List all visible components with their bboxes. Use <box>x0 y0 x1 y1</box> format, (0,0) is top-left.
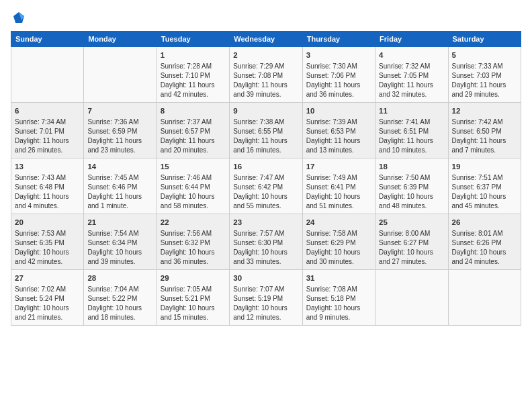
day-number: 20 <box>15 217 80 228</box>
calendar-header: SundayMondayTuesdayWednesdayThursdayFrid… <box>11 32 521 47</box>
day-number: 19 <box>452 161 517 172</box>
calendar-cell: 13Sunrise: 7:43 AMSunset: 6:48 PMDayligh… <box>11 158 84 214</box>
calendar-cell: 22Sunrise: 7:56 AMSunset: 6:32 PMDayligh… <box>157 214 229 270</box>
day-number: 1 <box>161 50 226 60</box>
calendar-cell <box>448 270 521 326</box>
weekday-header: Sunday <box>11 32 84 47</box>
calendar-body: 1Sunrise: 7:28 AMSunset: 7:10 PMDaylight… <box>11 47 521 326</box>
header <box>11 11 521 24</box>
calendar-cell <box>375 270 448 326</box>
calendar-week-row: 13Sunrise: 7:43 AMSunset: 6:48 PMDayligh… <box>11 158 521 214</box>
calendar-cell: 19Sunrise: 7:51 AMSunset: 6:37 PMDayligh… <box>448 158 521 214</box>
day-info: Sunrise: 7:50 AMSunset: 6:39 PMDaylight:… <box>379 173 444 211</box>
weekday-header: Friday <box>375 32 448 47</box>
calendar-cell: 4Sunrise: 7:32 AMSunset: 7:05 PMDaylight… <box>375 47 448 103</box>
calendar-cell <box>84 47 157 103</box>
day-info: Sunrise: 7:54 AMSunset: 6:34 PMDaylight:… <box>87 229 152 267</box>
day-info: Sunrise: 7:56 AMSunset: 6:32 PMDaylight:… <box>161 229 226 267</box>
page: SundayMondayTuesdayWednesdayThursdayFrid… <box>0 0 532 411</box>
day-number: 16 <box>233 161 298 172</box>
calendar-cell: 7Sunrise: 7:36 AMSunset: 6:59 PMDaylight… <box>84 103 157 158</box>
calendar-cell: 30Sunrise: 7:07 AMSunset: 5:19 PMDayligh… <box>230 270 302 326</box>
day-number: 21 <box>87 217 152 228</box>
calendar-cell: 27Sunrise: 7:02 AMSunset: 5:24 PMDayligh… <box>11 270 84 326</box>
day-info: Sunrise: 7:51 AMSunset: 6:37 PMDaylight:… <box>452 173 517 211</box>
logo <box>11 11 26 24</box>
day-number: 3 <box>306 50 371 60</box>
day-info: Sunrise: 7:30 AMSunset: 7:06 PMDaylight:… <box>306 62 371 99</box>
day-info: Sunrise: 7:53 AMSunset: 6:35 PMDaylight:… <box>15 229 80 267</box>
day-info: Sunrise: 7:38 AMSunset: 6:55 PMDaylight:… <box>233 118 298 155</box>
calendar-cell: 14Sunrise: 7:45 AMSunset: 6:46 PMDayligh… <box>84 158 157 214</box>
day-number: 23 <box>233 217 298 228</box>
day-info: Sunrise: 7:43 AMSunset: 6:48 PMDaylight:… <box>15 173 80 211</box>
day-number: 30 <box>233 273 298 283</box>
calendar-cell: 5Sunrise: 7:33 AMSunset: 7:03 PMDaylight… <box>448 47 521 103</box>
day-info: Sunrise: 7:49 AMSunset: 6:41 PMDaylight:… <box>306 173 371 211</box>
day-info: Sunrise: 7:47 AMSunset: 6:42 PMDaylight:… <box>233 173 298 211</box>
day-info: Sunrise: 7:02 AMSunset: 5:24 PMDaylight:… <box>15 285 80 322</box>
calendar-table: SundayMondayTuesdayWednesdayThursdayFrid… <box>11 31 521 326</box>
calendar-cell: 12Sunrise: 7:42 AMSunset: 6:50 PMDayligh… <box>448 103 521 158</box>
day-info: Sunrise: 7:29 AMSunset: 7:08 PMDaylight:… <box>233 62 298 99</box>
day-number: 24 <box>306 217 371 228</box>
calendar-week-row: 1Sunrise: 7:28 AMSunset: 7:10 PMDaylight… <box>11 47 521 103</box>
day-number: 10 <box>306 105 371 116</box>
day-info: Sunrise: 7:45 AMSunset: 6:46 PMDaylight:… <box>87 173 152 211</box>
day-info: Sunrise: 7:34 AMSunset: 7:01 PMDaylight:… <box>15 118 80 155</box>
day-info: Sunrise: 7:28 AMSunset: 7:10 PMDaylight:… <box>161 62 226 99</box>
weekday-header: Tuesday <box>157 32 229 47</box>
day-number: 14 <box>87 161 152 172</box>
day-number: 22 <box>161 217 226 228</box>
day-info: Sunrise: 7:46 AMSunset: 6:44 PMDaylight:… <box>161 173 226 211</box>
day-info: Sunrise: 7:42 AMSunset: 6:50 PMDaylight:… <box>452 118 517 155</box>
day-info: Sunrise: 7:04 AMSunset: 5:22 PMDaylight:… <box>87 285 152 322</box>
weekday-header: Monday <box>84 32 157 47</box>
day-number: 29 <box>161 273 226 283</box>
day-info: Sunrise: 7:39 AMSunset: 6:53 PMDaylight:… <box>306 118 371 155</box>
day-number: 7 <box>87 105 152 116</box>
calendar-cell: 29Sunrise: 7:05 AMSunset: 5:21 PMDayligh… <box>157 270 229 326</box>
day-info: Sunrise: 7:05 AMSunset: 5:21 PMDaylight:… <box>161 285 226 322</box>
day-number: 26 <box>452 217 517 228</box>
weekday-row: SundayMondayTuesdayWednesdayThursdayFrid… <box>11 32 521 47</box>
calendar-cell: 20Sunrise: 7:53 AMSunset: 6:35 PMDayligh… <box>11 214 84 270</box>
calendar-cell: 16Sunrise: 7:47 AMSunset: 6:42 PMDayligh… <box>230 158 302 214</box>
day-number: 12 <box>452 105 517 116</box>
logo-icon <box>12 11 26 24</box>
day-number: 15 <box>161 161 226 172</box>
day-info: Sunrise: 7:41 AMSunset: 6:51 PMDaylight:… <box>379 118 444 155</box>
calendar-cell: 31Sunrise: 7:08 AMSunset: 5:18 PMDayligh… <box>302 270 375 326</box>
day-info: Sunrise: 7:08 AMSunset: 5:18 PMDaylight:… <box>306 285 371 322</box>
day-info: Sunrise: 7:32 AMSunset: 7:05 PMDaylight:… <box>379 62 444 99</box>
calendar-cell: 17Sunrise: 7:49 AMSunset: 6:41 PMDayligh… <box>302 158 375 214</box>
calendar-cell: 8Sunrise: 7:37 AMSunset: 6:57 PMDaylight… <box>157 103 229 158</box>
day-number: 9 <box>233 105 298 116</box>
calendar-week-row: 20Sunrise: 7:53 AMSunset: 6:35 PMDayligh… <box>11 214 521 270</box>
day-info: Sunrise: 7:58 AMSunset: 6:29 PMDaylight:… <box>306 229 371 267</box>
logo-area <box>11 11 26 24</box>
day-info: Sunrise: 7:07 AMSunset: 5:19 PMDaylight:… <box>233 285 298 322</box>
day-number: 2 <box>233 50 298 60</box>
day-info: Sunrise: 7:33 AMSunset: 7:03 PMDaylight:… <box>452 62 517 99</box>
calendar-cell: 21Sunrise: 7:54 AMSunset: 6:34 PMDayligh… <box>84 214 157 270</box>
calendar-cell: 3Sunrise: 7:30 AMSunset: 7:06 PMDaylight… <box>302 47 375 103</box>
calendar-cell: 9Sunrise: 7:38 AMSunset: 6:55 PMDaylight… <box>230 103 302 158</box>
day-number: 11 <box>379 105 444 116</box>
calendar-cell: 24Sunrise: 7:58 AMSunset: 6:29 PMDayligh… <box>302 214 375 270</box>
day-info: Sunrise: 8:00 AMSunset: 6:27 PMDaylight:… <box>379 229 444 267</box>
day-number: 28 <box>87 273 152 283</box>
calendar-cell: 26Sunrise: 8:01 AMSunset: 6:26 PMDayligh… <box>448 214 521 270</box>
weekday-header: Saturday <box>448 32 521 47</box>
calendar-cell: 25Sunrise: 8:00 AMSunset: 6:27 PMDayligh… <box>375 214 448 270</box>
calendar-cell: 11Sunrise: 7:41 AMSunset: 6:51 PMDayligh… <box>375 103 448 158</box>
calendar-cell: 18Sunrise: 7:50 AMSunset: 6:39 PMDayligh… <box>375 158 448 214</box>
day-info: Sunrise: 7:36 AMSunset: 6:59 PMDaylight:… <box>87 118 152 155</box>
day-info: Sunrise: 7:37 AMSunset: 6:57 PMDaylight:… <box>161 118 226 155</box>
day-number: 13 <box>15 161 80 172</box>
calendar-week-row: 6Sunrise: 7:34 AMSunset: 7:01 PMDaylight… <box>11 103 521 158</box>
day-number: 27 <box>15 273 80 283</box>
day-number: 18 <box>379 161 444 172</box>
calendar-cell: 28Sunrise: 7:04 AMSunset: 5:22 PMDayligh… <box>84 270 157 326</box>
day-number: 4 <box>379 50 444 60</box>
